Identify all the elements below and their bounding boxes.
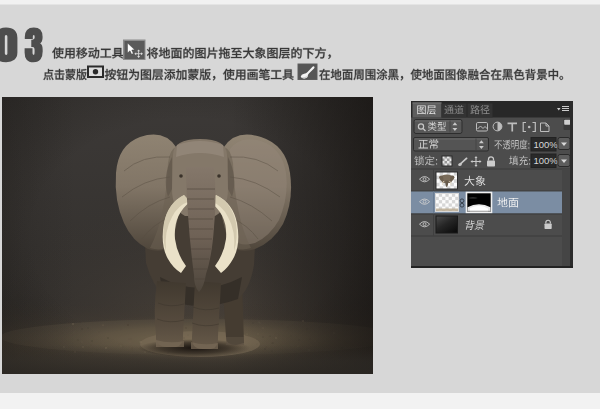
svg-text:100%: 100%	[534, 155, 559, 166]
svg-text:100%: 100%	[534, 139, 559, 150]
